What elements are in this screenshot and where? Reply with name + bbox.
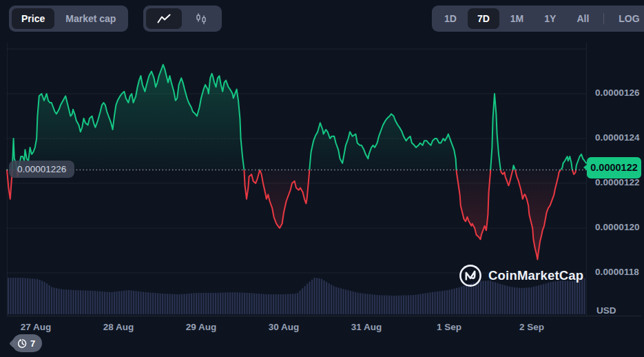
metric-price-button[interactable]: Price	[12, 8, 54, 29]
metric-marketcap-button[interactable]: Market cap	[56, 8, 125, 29]
candlestick-icon	[194, 13, 208, 25]
x-axis-tick-label: 27 Aug	[8, 322, 63, 332]
x-axis-tick-label: 30 Aug	[256, 322, 311, 332]
current-price-badge: 0.0000122	[587, 157, 641, 178]
range-7d-button[interactable]: 7D	[468, 8, 499, 29]
chart-type-toggle	[143, 6, 222, 32]
line-chart-type-button[interactable]	[146, 8, 182, 29]
watermark-label: CoinMarketCap	[488, 268, 583, 283]
baseline-price-label: 0.00001226	[9, 161, 74, 178]
x-axis-tick-label: 28 Aug	[91, 322, 146, 332]
y-axis-tick-label: 0.0000126	[595, 88, 643, 98]
log-scale-button[interactable]: LOG	[609, 8, 644, 29]
toolbar-divider	[603, 13, 604, 24]
price-chart-module: Price Market cap 1D 7D	[0, 0, 644, 357]
y-axis-tick-label: 0.0000124	[595, 132, 643, 143]
y-axis-tick-label: 0.0000120	[595, 222, 643, 232]
coinmarketcap-watermark: CoinMarketCap	[459, 264, 583, 287]
range-1y-button[interactable]: 1Y	[534, 8, 565, 29]
x-axis-tick-label: 2 Sep	[504, 322, 559, 332]
history-clock-icon	[17, 338, 28, 349]
x-axis-tick-label: 29 Aug	[174, 322, 229, 332]
x-axis-tick-label: 31 Aug	[339, 322, 394, 332]
coinmarketcap-logo-icon	[459, 264, 482, 287]
range-toggle: 1D 7D 1M 1Y All LOG ···	[432, 6, 644, 32]
chart-plot-area[interactable]	[0, 0, 644, 357]
y-axis-unit-label: USD	[596, 305, 616, 316]
history-badge[interactable]: 7	[12, 334, 42, 352]
y-axis-tick-label: 0.0000122	[595, 177, 643, 187]
metric-toggle: Price Market cap	[9, 6, 128, 32]
history-count: 7	[30, 338, 35, 349]
line-chart-icon	[157, 14, 171, 23]
range-all-button[interactable]: All	[567, 8, 599, 29]
range-1m-button[interactable]: 1M	[501, 8, 533, 29]
candlestick-chart-type-button[interactable]	[183, 8, 219, 29]
x-axis-tick-label: 1 Sep	[422, 322, 477, 332]
y-axis-tick-label: 0.0000118	[595, 267, 643, 277]
range-1d-button[interactable]: 1D	[435, 8, 466, 29]
